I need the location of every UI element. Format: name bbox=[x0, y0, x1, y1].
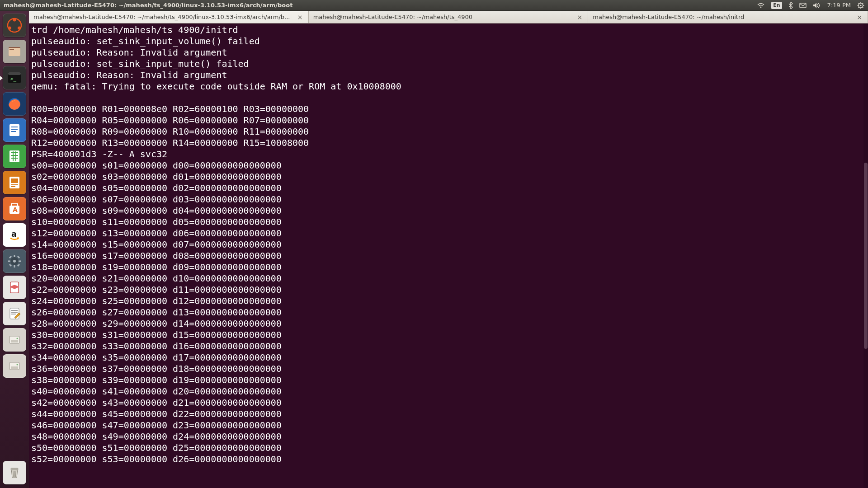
svg-rect-36 bbox=[11, 186, 15, 187]
scrollbar-thumb[interactable] bbox=[864, 163, 868, 348]
files-icon[interactable] bbox=[3, 40, 26, 63]
system-settings-icon[interactable] bbox=[3, 249, 26, 273]
close-icon[interactable]: × bbox=[576, 14, 583, 21]
svg-point-53 bbox=[17, 338, 18, 339]
svg-rect-1 bbox=[800, 3, 806, 8]
terminal-icon[interactable]: >_ bbox=[3, 66, 26, 89]
indicator-area: En 7:19 PM bbox=[757, 2, 864, 9]
window-title: mahesh@mahesh-Latitude-E5470: ~/mahesh/t… bbox=[4, 2, 292, 9]
svg-text:A: A bbox=[13, 206, 18, 213]
unity-launcher: >_ A a bbox=[0, 11, 29, 488]
writer-icon[interactable] bbox=[3, 118, 26, 142]
svg-text:>_: >_ bbox=[10, 76, 17, 82]
scrollbar[interactable] bbox=[863, 23, 868, 488]
wifi-icon[interactable] bbox=[757, 2, 765, 9]
svg-point-41 bbox=[13, 260, 16, 263]
svg-line-8 bbox=[859, 3, 859, 4]
language-indicator[interactable]: En bbox=[771, 2, 782, 9]
terminal-tab-label: mahesh@mahesh-Latitude-E5470: ~/mahesh/t… bbox=[33, 14, 293, 20]
svg-point-13 bbox=[13, 19, 16, 22]
svg-rect-27 bbox=[9, 150, 19, 162]
impress-icon[interactable] bbox=[3, 171, 26, 194]
dash-icon[interactable] bbox=[3, 14, 26, 37]
svg-point-0 bbox=[760, 6, 762, 8]
firefox-icon[interactable] bbox=[3, 92, 26, 116]
svg-rect-34 bbox=[11, 178, 18, 183]
document-viewer-icon[interactable] bbox=[3, 276, 26, 299]
svg-point-14 bbox=[8, 27, 11, 30]
svg-point-15 bbox=[18, 27, 21, 30]
svg-line-11 bbox=[863, 3, 863, 4]
messaging-icon[interactable] bbox=[799, 2, 807, 9]
clock[interactable]: 7:19 PM bbox=[827, 2, 851, 9]
top-menubar: mahesh@mahesh-Latitude-E5470: ~/mahesh/t… bbox=[0, 0, 868, 11]
bluetooth-icon[interactable] bbox=[788, 2, 793, 9]
svg-line-60 bbox=[16, 471, 16, 477]
svg-rect-20 bbox=[8, 72, 21, 75]
svg-line-10 bbox=[859, 7, 859, 8]
text-editor-icon[interactable] bbox=[3, 302, 26, 325]
svg-rect-57 bbox=[11, 468, 18, 470]
svg-line-58 bbox=[13, 471, 14, 477]
disk2-icon[interactable] bbox=[3, 354, 26, 378]
svg-rect-55 bbox=[11, 366, 18, 369]
terminal-tab-1[interactable]: mahesh@mahesh-Latitude-E5470: ~/mahesh/t… bbox=[309, 11, 589, 23]
terminal-tab-2[interactable]: mahesh@mahesh-Latitude-E5470: ~/mahesh/i… bbox=[588, 11, 868, 23]
trash-icon[interactable] bbox=[3, 461, 26, 484]
software-center-icon[interactable]: A bbox=[3, 197, 26, 221]
amazon-icon[interactable]: a bbox=[3, 223, 26, 247]
svg-rect-35 bbox=[11, 184, 18, 185]
close-icon[interactable]: × bbox=[856, 14, 863, 21]
svg-rect-18 bbox=[9, 49, 14, 50]
terminal-output: trd /home/mahesh/mahesh/ts_4900/initrd p… bbox=[29, 23, 868, 467]
terminal-tab-label: mahesh@mahesh-Latitude-E5470: ~/mahesh/i… bbox=[593, 14, 852, 20]
svg-point-3 bbox=[860, 5, 861, 6]
svg-rect-52 bbox=[11, 340, 18, 343]
disk1-icon[interactable] bbox=[3, 328, 26, 352]
session-gear-icon[interactable] bbox=[857, 2, 864, 9]
running-pip-icon bbox=[0, 76, 3, 80]
terminal-tabbar: mahesh@mahesh-Latitude-E5470: ~/mahesh/t… bbox=[29, 11, 868, 23]
close-icon[interactable]: × bbox=[297, 14, 304, 21]
svg-rect-23 bbox=[9, 124, 19, 136]
svg-line-9 bbox=[863, 7, 863, 8]
volume-icon[interactable] bbox=[813, 2, 821, 9]
svg-text:a: a bbox=[11, 229, 17, 239]
terminal-tab-0[interactable]: mahesh@mahesh-Latitude-E5470: ~/mahesh/t… bbox=[29, 11, 309, 23]
calc-icon[interactable] bbox=[3, 145, 26, 168]
terminal-tab-label: mahesh@mahesh-Latitude-E5470: ~/mahesh/t… bbox=[313, 14, 573, 20]
terminal-viewport[interactable]: trd /home/mahesh/mahesh/ts_4900/initrd p… bbox=[29, 23, 868, 488]
svg-point-56 bbox=[17, 364, 18, 366]
